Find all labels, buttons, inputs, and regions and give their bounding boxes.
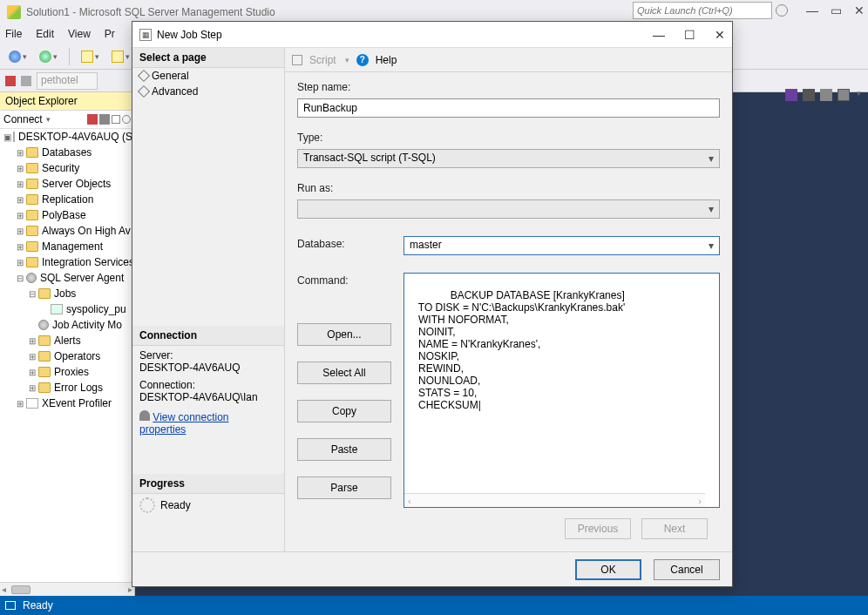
progress-status: Ready [160,499,191,511]
cancel-button[interactable]: Cancel [654,559,720,580]
dialog-toolbar: Script ▾ ? Help [285,48,732,72]
type-label: Type: [297,132,720,144]
menu-view[interactable]: View [68,28,91,40]
script-button[interactable]: Script [309,54,336,66]
tree-operators[interactable]: Operators [54,350,100,362]
connection-label: Connection: [139,379,277,391]
menu-file[interactable]: File [5,28,22,40]
type-select[interactable]: Transact-SQL script (T-SQL) [297,149,720,168]
progress-header: Progress [132,474,284,494]
dialog-maximize-icon[interactable]: ☐ [684,28,695,42]
dialog-icon: ▦ [139,29,152,41]
folder-icon[interactable] [820,89,832,101]
tree-security[interactable]: Security [42,162,79,174]
runas-label: Run as: [297,182,720,194]
script-icon [292,55,302,65]
toolbox-icon[interactable] [785,89,797,101]
select-all-button[interactable]: Select All [297,362,391,384]
dialog-minimize-icon[interactable]: — [653,28,665,42]
help-icon: ? [356,54,369,66]
paste-button[interactable]: Paste [297,438,391,461]
object-explorer-title: Object Explorer [0,92,134,111]
script-dropdown[interactable]: ▾ [343,56,349,64]
tree-polybase[interactable]: PolyBase [42,209,86,221]
tree-alwayson[interactable]: Always On High Av [42,225,131,237]
server-label: Server: [139,349,277,362]
new-job-step-dialog: ▦ New Job Step — ☐ ✕ Select a page Gener… [132,21,733,587]
help-button[interactable]: Help [376,54,397,66]
tree-activity-monitor[interactable]: Job Activity Mo [52,319,122,331]
tree-xevent[interactable]: XEvent Profiler [42,397,112,409]
dialog-close-icon[interactable]: ✕ [715,28,725,42]
next-button: Next [641,518,708,539]
tree-alerts[interactable]: Alerts [54,335,81,347]
database-combo[interactable]: pethotel [37,72,98,90]
page-general[interactable]: General [132,68,284,84]
previous-button: Previous [565,518,631,539]
tree-error-logs[interactable]: Error Logs [54,382,103,394]
database-select[interactable]: master [403,236,720,255]
search-icon[interactable] [776,4,788,17]
branch-icon[interactable] [5,76,16,86]
step-name-label: Step name: [297,81,720,93]
parse-button[interactable]: Parse [297,476,391,499]
command-label: Command: [297,274,391,287]
menu-edit[interactable]: Edit [36,28,54,40]
connection-header: Connection [132,326,284,346]
app-title: Solution1 - Microsoft SQL Server Managem… [26,6,275,18]
nav-fwd-button[interactable]: ▾ [36,47,61,66]
disconnect-icon[interactable] [87,114,98,125]
command-textarea[interactable]: BACKUP DATABASE [KrankyKranes] TO DISK =… [403,273,720,508]
stop-icon[interactable] [99,114,110,125]
refresh-icon[interactable] [122,115,131,124]
command-hscroll[interactable]: ‹› [404,493,705,507]
select-page-header: Select a page [132,48,284,68]
dialog-titlebar: ▦ New Job Step — ☐ ✕ [132,22,732,48]
runas-select[interactable] [297,199,720,219]
page-advanced[interactable]: Advanced [132,84,284,99]
wrench-icon[interactable] [803,89,815,101]
new-query-button[interactable]: ▾ [78,47,103,66]
database-label: Database: [297,236,391,255]
tree-hscroll[interactable]: ◂▸ [0,582,134,596]
tree-jobs[interactable]: Jobs [54,287,76,300]
open-button[interactable]: Open... [297,323,391,346]
tree-server-objects[interactable]: Server Objects [42,178,111,190]
tree-root[interactable]: DESKTOP-4AV6AUQ (SQ [18,131,134,143]
tree-management[interactable]: Management [42,240,103,253]
copy-button[interactable]: Copy [297,400,391,422]
person-icon [139,410,150,421]
connect-button[interactable]: Connect [3,113,43,125]
tree-replication[interactable]: Replication [42,193,93,206]
statusbar: Ready [0,596,868,615]
tree-proxies[interactable]: Proxies [54,366,89,378]
ssms-icon [7,5,21,19]
hammer-icon[interactable] [21,76,31,86]
tree-sql-agent[interactable]: SQL Server Agent [40,272,124,284]
maximize-icon[interactable]: ▭ [831,3,842,17]
nav-back-button[interactable]: ▾ [5,47,31,66]
menu-project[interactable]: Pr [105,28,115,40]
tree-databases[interactable]: Databases [42,146,92,159]
object-explorer-toolbar: Connect▾ [0,111,134,129]
toolbar-overflow[interactable]: ▾ [855,89,861,101]
dialog-title: New Job Step [157,29,222,41]
dialog-footer: OK Cancel [132,551,732,586]
open-button[interactable]: ▾ [108,47,133,66]
step-name-input[interactable] [297,98,720,118]
ok-button[interactable]: OK [575,559,641,580]
tree-integration[interactable]: Integration Services [42,256,134,268]
object-tree[interactable]: ▣DESKTOP-4AV6AUQ (SQ ⊞Databases ⊞Securit… [0,129,134,582]
server-value: DESKTOP-4AV6AUQ [139,362,277,374]
minimize-icon[interactable]: — [806,3,818,17]
status-text: Ready [23,599,53,612]
quick-launch-input[interactable] [633,2,772,19]
status-icon [5,601,16,610]
connection-value: DESKTOP-4AV6AUQ\Ian [139,391,277,403]
filter-icon[interactable] [112,115,120,124]
window-icon[interactable] [837,89,850,101]
dialog-sidebar: Select a page General Advanced Connectio… [132,48,285,551]
close-icon[interactable]: ✕ [854,3,865,17]
tree-syspolicy[interactable]: syspolicy_pu [66,303,126,315]
view-connection-link[interactable]: View connection properties [139,411,229,436]
